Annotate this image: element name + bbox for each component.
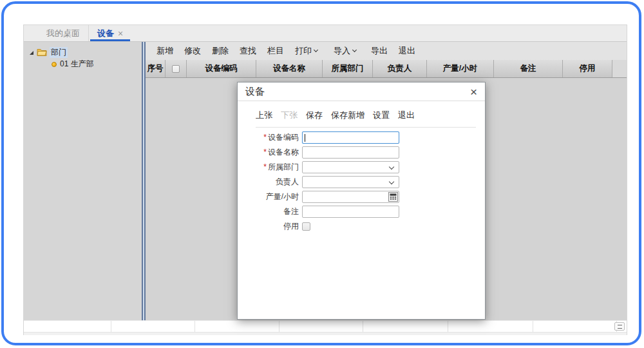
field-label-text: 所属部门: [268, 162, 299, 171]
toolbar-button-label: 导出: [371, 45, 388, 57]
grid-header-output-per-hour: 产量/小时: [427, 60, 494, 77]
field-label: 负责人: [238, 177, 302, 188]
grid-header-disabled: 停用: [563, 60, 612, 77]
status-cell: [111, 321, 195, 332]
device-code-input[interactable]: [302, 131, 399, 144]
field-label-text: 设备编码: [268, 133, 299, 142]
calculator-icon[interactable]: [388, 192, 398, 204]
form-row-device-code: *设备编码: [238, 131, 485, 144]
grid-header-device-code: 设备编码: [187, 60, 256, 77]
grid-header-label: 备注: [520, 63, 536, 74]
tree-expander-icon[interactable]: [30, 51, 33, 55]
toolbar-button-edit[interactable]: 修改: [184, 45, 201, 57]
dialog-toolbar-settings[interactable]: 设置: [373, 110, 390, 121]
grid-header-label: 负责人: [388, 63, 412, 74]
folder-icon: [37, 48, 47, 58]
status-cell: [195, 321, 279, 332]
checkbox-icon[interactable]: [172, 65, 180, 73]
form-row-disabled: 停用: [238, 220, 485, 233]
dialog-title: 设备: [245, 86, 265, 98]
field-label: *设备编码: [238, 132, 302, 143]
grid-header-label: 停用: [580, 63, 596, 74]
tab-my-desktop[interactable]: 我的桌面: [38, 25, 88, 41]
tab-label: 我的桌面: [46, 28, 80, 39]
toolbar-button-new[interactable]: 新增: [156, 45, 173, 57]
text-caret: [305, 134, 305, 142]
status-cell: [533, 321, 617, 332]
chevron-down-icon: [389, 164, 394, 169]
form-row-device-name: *设备名称: [238, 146, 485, 159]
grid-header-label: 所属部门: [332, 63, 364, 74]
grid-header-row: 序号设备编码设备名称所属部门负责人产量/小时备注停用: [146, 60, 627, 78]
field-label-text: 负责人: [276, 177, 299, 186]
dialog-toolbar: 上张下张保存保存新增设置退出: [256, 110, 476, 128]
chevron-down-icon: [314, 48, 318, 52]
close-icon[interactable]: ×: [470, 86, 477, 98]
field-label-text: 产量/小时: [266, 192, 299, 201]
toolbar-button-label: 退出: [399, 45, 415, 57]
grid-header-department: 所属部门: [323, 60, 373, 77]
grid-header-label: 产量/小时: [443, 63, 477, 74]
dialog-toolbar-next: 下张: [281, 110, 298, 121]
field-label: 产量/小时: [238, 191, 302, 202]
department-select[interactable]: [302, 161, 399, 173]
grid-header-label: 设备编码: [205, 63, 238, 74]
tab-label: 设备: [97, 28, 114, 39]
device-name-input[interactable]: [302, 146, 399, 159]
toolbar-button-exit[interactable]: 退出: [399, 45, 415, 57]
status-cell: [24, 321, 111, 332]
field-label: 停用: [238, 221, 302, 232]
bullet-icon: [52, 62, 57, 67]
grid-options-button[interactable]: [614, 322, 625, 331]
grid-header-manager: 负责人: [373, 60, 427, 77]
chevron-down-icon: [352, 48, 357, 52]
tree-node-label: 部门: [50, 47, 68, 58]
form-row-department: *所属部门: [238, 161, 485, 173]
tree-node-department[interactable]: 部门: [30, 48, 142, 57]
required-asterisk-icon: *: [263, 162, 267, 171]
dialog-titlebar: 设备 ×: [238, 82, 485, 101]
toolbar-button-label: 查找: [240, 45, 256, 57]
toolbar-button-find[interactable]: 查找: [240, 45, 256, 57]
tab-device[interactable]: 设备×: [88, 25, 131, 41]
output-per-hour-input[interactable]: [302, 191, 399, 203]
bottom-strip: [24, 332, 627, 335]
form-row-output-per-hour: 产量/小时: [238, 191, 485, 203]
grid-toolbar: 新增修改删除查找栏目打印导入导出退出: [146, 42, 627, 60]
grid-header-select-all[interactable]: [166, 60, 187, 77]
manager-select[interactable]: [302, 176, 399, 188]
tree-node-label: 01 生产部: [60, 59, 94, 70]
field-label-text: 停用: [283, 222, 299, 231]
app-frame: 我的桌面设备× 部门01 生产部 新增修改删除查找栏目打印导入导出退出 序号设备…: [1, 1, 641, 345]
tree-node-production-dept[interactable]: 01 生产部: [52, 59, 142, 69]
grid-header-filler: [612, 60, 627, 77]
toolbar-button-columns[interactable]: 栏目: [267, 45, 284, 57]
remark-input[interactable]: [302, 206, 399, 218]
toolbar-button-label: 新增: [156, 45, 173, 57]
status-cell: [279, 321, 363, 332]
disabled-checkbox[interactable]: [302, 222, 310, 231]
toolbar-button-label: 导入: [334, 45, 350, 57]
dialog-toolbar-prev[interactable]: 上张: [256, 110, 272, 121]
form-row-manager: 负责人: [238, 176, 485, 188]
grid-header-label: 序号: [147, 63, 164, 74]
toolbar-button-import[interactable]: 导入: [334, 45, 356, 57]
toolbar-button-export[interactable]: 导出: [371, 45, 388, 57]
field-label-text: 设备名称: [268, 148, 299, 157]
dialog-toolbar-exit[interactable]: 退出: [398, 110, 415, 121]
form-row-remark: 备注: [238, 206, 485, 218]
dialog-toolbar-save[interactable]: 保存: [306, 110, 323, 121]
dialog-form: *设备编码*设备名称*所属部门负责人产量/小时备注停用: [238, 131, 485, 233]
status-cell: [363, 321, 448, 332]
dialog-toolbar-save-new[interactable]: 保存新增: [331, 110, 365, 121]
toolbar-button-print[interactable]: 打印: [295, 45, 317, 57]
grid-header-seq: 序号: [146, 60, 166, 77]
required-asterisk-icon: *: [263, 148, 267, 157]
grid-header-label: 设备名称: [273, 63, 305, 74]
toolbar-button-delete[interactable]: 删除: [212, 45, 229, 57]
tab-bar: 我的桌面设备×: [24, 25, 627, 42]
required-asterisk-icon: *: [263, 133, 267, 142]
field-label-text: 备注: [283, 207, 299, 216]
tab-close-icon[interactable]: ×: [118, 29, 123, 38]
chevron-down-icon: [389, 179, 394, 184]
